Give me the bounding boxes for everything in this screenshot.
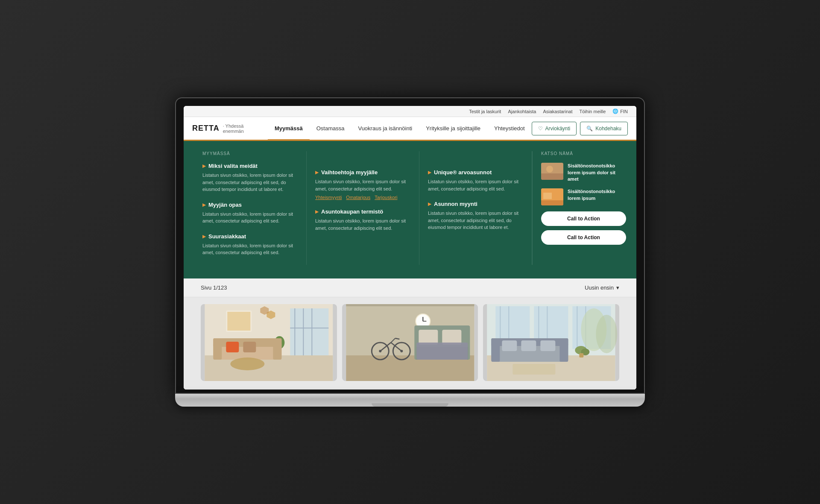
nav-links: Myymässä Ostamassa Vuokraus ja isännöint… xyxy=(268,117,532,139)
logo-brand: RETTA xyxy=(192,124,220,133)
mega-item-label-unique: Unique® arvoasunnot xyxy=(434,169,492,176)
top-link-toihin[interactable]: Töihin meille xyxy=(580,109,606,114)
mega-item-desc-vaihtoehtoja: Listatun sivun otsikko, lorem ipsum dolo… xyxy=(315,178,410,192)
content-area: Sivu 1/123 Uusin ensin ▾ xyxy=(184,278,636,390)
mega-item-desc-miksi: Listatun sivun otsikko, lorem ipsum dolo… xyxy=(202,172,298,193)
logo[interactable]: RETTA · Yhdessä enemmän xyxy=(192,123,255,134)
mega-item-title-vaihtoehtoja[interactable]: ▶ Vaihtoehtoja myyjälle xyxy=(315,169,410,176)
sort-selector[interactable]: Uusin ensin ▾ xyxy=(585,284,619,291)
svg-rect-11 xyxy=(311,308,312,355)
logo-tagline: · Yhdessä enemmän xyxy=(223,123,255,134)
sort-label: Uusin ensin xyxy=(585,284,614,291)
arrow-icon-6: ▶ xyxy=(428,170,431,175)
arviokaynt-label: Arviokäynti xyxy=(545,126,571,132)
featured-img-2 xyxy=(541,188,563,205)
right-panel-title: KATSO NÄMÄ xyxy=(541,151,626,156)
link-yhteismyynti[interactable]: Yhteismyynti xyxy=(315,195,342,200)
mega-item-miksi: ▶ Miksi valita meidät Listatun sivun ots… xyxy=(202,163,298,193)
link-tarjouskori[interactable]: Tarjouskori xyxy=(375,195,397,200)
mega-menu: MYYMÄSSÄ ▶ Miksi valita meidät Listatun … xyxy=(184,141,636,278)
svg-rect-4 xyxy=(543,193,552,199)
heart-icon: ♡ xyxy=(538,126,543,132)
mega-item-desc-unique: Listatun sivun otsikko, lorem ipsum dolo… xyxy=(428,178,523,192)
mega-right-panel: KATSO NÄMÄ Sisältönostonotsikko lorem ip… xyxy=(532,151,626,265)
top-link-asiakastarinat[interactable]: Asiakastarinat xyxy=(543,109,572,114)
featured-item-1[interactable]: Sisältönostonotsikko lorem ipsum dolor s… xyxy=(541,163,626,182)
svg-rect-10 xyxy=(303,308,304,355)
top-utility-bar: Testit ja laskurit Ajankohtaista Asiakas… xyxy=(184,106,636,117)
svg-rect-5 xyxy=(541,200,563,205)
arrow-icon-4: ▶ xyxy=(315,170,319,175)
top-link-ajankohtaista[interactable]: Ajankohtaista xyxy=(508,109,536,114)
arrow-icon-2: ▶ xyxy=(202,202,206,207)
nav-myymassa[interactable]: Myymässä xyxy=(268,117,310,139)
kohdehaku-label: Kohdehaku xyxy=(595,126,621,132)
mega-item-label-termisto: Asuntokaupan termistö xyxy=(321,208,383,215)
svg-rect-72 xyxy=(580,353,584,357)
mega-item-desc-asunnon: Listatun sivun otsikko, lorem ipsum dolo… xyxy=(428,210,523,231)
svg-rect-23 xyxy=(227,312,250,331)
mega-item-links-vaihtoehtoja: Yhteismyynti Omatarjous Tarjouskori xyxy=(315,195,410,200)
property-card-2[interactable] xyxy=(342,304,478,381)
property-card-1[interactable] xyxy=(201,304,337,381)
featured-text-2: Sisältönostonotsikko lorem ipsum xyxy=(568,188,626,205)
mega-item-label-myyjän: Myyjän opas xyxy=(208,202,242,208)
section-label: MYYMÄSSÄ xyxy=(202,151,298,156)
lang-label: FIN xyxy=(620,109,628,114)
mega-item-title-suurasiak[interactable]: ▶ Suurasiakkaat xyxy=(202,233,298,240)
nav-ostamassa[interactable]: Ostamassa xyxy=(310,117,351,139)
svg-rect-47 xyxy=(416,343,468,360)
svg-rect-69 xyxy=(513,364,556,375)
mega-item-suurasiak: ▶ Suurasiakkaat Listatun sivun otsikko, … xyxy=(202,233,298,256)
link-omatarjous[interactable]: Omatarjous xyxy=(346,195,370,200)
globe-icon: 🌐 xyxy=(612,108,618,114)
featured-img-1 xyxy=(541,163,563,180)
arrow-icon-7: ▶ xyxy=(428,202,431,206)
svg-rect-2 xyxy=(541,173,563,180)
mega-item-unique: ▶ Unique® arvoasunnot Listatun sivun ots… xyxy=(428,169,523,192)
nav-yrityksille[interactable]: Yrityksille ja sijoittajille xyxy=(419,117,487,139)
svg-rect-68 xyxy=(541,340,556,351)
arviokaynt-button[interactable]: ♡ Arviokäynti xyxy=(532,122,577,135)
svg-rect-65 xyxy=(560,338,568,362)
mega-item-title-asunnon[interactable]: ▶ Asunnon myynti xyxy=(428,201,523,207)
svg-rect-66 xyxy=(502,340,517,351)
laptop-base xyxy=(175,394,645,407)
language-selector[interactable]: 🌐 FIN xyxy=(612,108,628,114)
mega-item-title-unique[interactable]: ▶ Unique® arvoasunnot xyxy=(428,169,523,176)
mega-item-title-miksi[interactable]: ▶ Miksi valita meidät xyxy=(202,163,298,169)
nav-cta-area: ♡ Arviokäynti 🔍 Kohdehaku xyxy=(532,122,628,135)
pagination-sort-bar: Sivu 1/123 Uusin ensin ▾ xyxy=(184,278,636,297)
mega-item-label-vaihtoehtoja: Vaihtoehtoja myyjälle xyxy=(321,169,378,176)
mega-col-1: MYYMÄSSÄ ▶ Miksi valita meidät Listatun … xyxy=(194,151,307,265)
svg-rect-17 xyxy=(213,338,222,360)
mega-item-termisto: ▶ Asuntokaupan termistö Listatun sivun o… xyxy=(315,208,410,231)
mega-col-3: ▶ Unique® arvoasunnot Listatun sivun ots… xyxy=(419,151,532,265)
cta-button-2[interactable]: Call to Action xyxy=(541,230,626,245)
search-icon: 🔍 xyxy=(586,126,593,132)
property-card-3[interactable] xyxy=(483,304,619,381)
pagination-text: Sivu 1/123 xyxy=(201,284,227,291)
nav-yhteystiedot[interactable]: Yhteystiedot xyxy=(487,117,532,139)
mega-item-myyjän: ▶ Myyjän opas Listatun sivun otsikko, lo… xyxy=(202,202,298,225)
svg-rect-28 xyxy=(346,304,474,306)
chevron-down-icon: ▾ xyxy=(616,284,619,291)
featured-text-1: Sisältönostonotsikko lorem ipsum dolor s… xyxy=(568,163,626,182)
mega-item-title-termisto[interactable]: ▶ Asuntokaupan termistö xyxy=(315,208,410,215)
cta-button-1[interactable]: Call to Action xyxy=(541,211,626,226)
spacer xyxy=(315,151,410,159)
arrow-icon-5: ▶ xyxy=(315,209,319,214)
top-link-testit[interactable]: Testit ja laskurit xyxy=(469,109,501,114)
kohdehaku-button[interactable]: 🔍 Kohdehaku xyxy=(580,122,628,135)
mega-item-title-myyjän[interactable]: ▶ Myyjän opas xyxy=(202,202,298,208)
svg-rect-46 xyxy=(442,330,461,345)
mega-item-vaihtoehtoja: ▶ Vaihtoehtoja myyjälle Listatun sivun o… xyxy=(315,169,410,200)
spacer2 xyxy=(428,151,523,159)
mega-item-label-miksi: Miksi valita meidät xyxy=(208,163,258,169)
featured-item-2[interactable]: Sisältönostonotsikko lorem ipsum xyxy=(541,188,626,205)
mega-item-desc-myyjän: Listatun sivun otsikko, lorem ipsum dolo… xyxy=(202,211,298,225)
mega-item-desc-termisto: Listatun sivun otsikko, lorem ipsum dolo… xyxy=(315,217,410,231)
arrow-icon: ▶ xyxy=(202,164,206,168)
nav-vuokraus[interactable]: Vuokraus ja isännöinti xyxy=(351,117,419,139)
svg-rect-67 xyxy=(521,340,536,351)
